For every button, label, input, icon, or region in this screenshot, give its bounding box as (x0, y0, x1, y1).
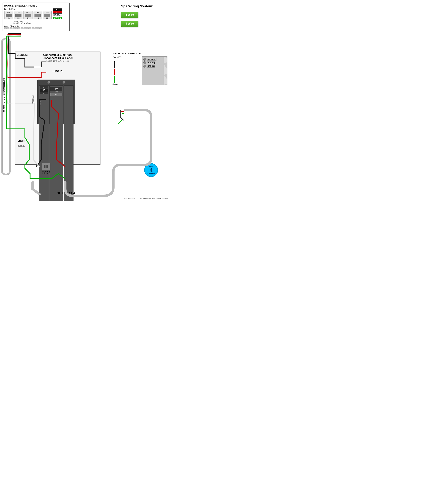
conn-label-neutral: NEUTRAL (147, 58, 157, 61)
screw-top-2 (62, 81, 65, 84)
feed-breaker-arrow: ↑ Feed Breaker(to match spa's amp load) (13, 20, 52, 24)
on-indicator: ON (40, 86, 48, 88)
ground-neutral-bar-section: Ground/Neutral Bar (4, 25, 52, 29)
main-container: HOUSE BREAKER PANEL Double Pole OFF ON O… (0, 0, 172, 201)
breaker-legend: HOT HOT NEUTRAL GROUND (53, 9, 63, 29)
from-gfci-label: From GFCI (113, 56, 140, 58)
double-pole-label: Double Pole (4, 8, 52, 10)
gfci-panel-title: Connecticut Electric® Disconnect GFCI Pa… (42, 54, 73, 60)
gfci-pigtail-label: GFCI Pigtail (32, 95, 34, 104)
breaker-5: OFF ON (43, 11, 52, 19)
breaker-4: OFF ON (33, 11, 42, 19)
screw-top-1 (47, 81, 50, 84)
terminal-4 (13, 27, 15, 29)
gfci-panel: Connecticut Electric® Disconnect GFCI Pa… (15, 52, 100, 165)
ground-screw-row (18, 145, 25, 147)
terminal-5 (15, 27, 18, 29)
legend-hot-red: HOT (53, 11, 63, 14)
off-indicator: OFF (40, 92, 48, 94)
gfci-panel-subtitle: (Loads up to 60A, or less) (46, 60, 69, 62)
branch-breaker: ON 15 OFF Branch (39, 85, 49, 201)
terminal-2 (7, 27, 9, 29)
spare-slot-label: Spare Slot (65, 86, 66, 201)
terminal-7 (21, 27, 23, 29)
conn-hot-l1: HOT (L1) (143, 61, 166, 64)
terminal-8 (24, 27, 26, 29)
spa-wiring-panel: Spa Wiring System: 4-Wire 3-Wire (119, 3, 169, 31)
terminal-10 (29, 27, 31, 29)
terminal-13 (37, 27, 40, 29)
terminal-3 (10, 27, 12, 29)
ground-neutral-label: Ground/Neutral Bar (4, 25, 52, 27)
ground-screw-2 (20, 145, 22, 147)
wire-badge: WIRE 4 SYSTEM (144, 163, 158, 177)
top-screws (38, 80, 75, 85)
house-breaker-title: HOUSE BREAKER PANEL (4, 4, 68, 7)
line-neutral-label: Line Neutral (17, 54, 28, 56)
conn-label-l2: HOT (L2) (147, 65, 155, 68)
out-to-spa-label: OUT TO SPA (57, 191, 75, 195)
terminal-11 (32, 27, 34, 29)
spare-slot: Spare Slot (64, 85, 73, 201)
terminal-9 (26, 27, 29, 29)
gfci-breaker: 60 GFCI TEST (49, 85, 63, 201)
legend-hot-black: HOT (53, 9, 63, 11)
breaker-3: OFF ON (24, 11, 33, 19)
ground-label-panel: Ground (18, 140, 25, 142)
breaker-1: OFF ON (4, 11, 13, 19)
line-in-label: Line In (53, 69, 62, 73)
ground-label-spa: Ground (113, 83, 140, 85)
branch-circuit-label: BRANCH CIRCUIT (42, 171, 50, 174)
terminal-1 (4, 27, 7, 29)
gfci-label: GFCI (50, 91, 62, 93)
terminal-12 (35, 27, 37, 29)
ground-screw-3 (23, 145, 25, 147)
branch-label: Branch (40, 101, 42, 105)
terminal-14 (40, 27, 42, 29)
breakers-row: OFF ON OFF ON OFF ON (4, 11, 52, 19)
four-wire-button[interactable]: 4-Wire (121, 12, 138, 18)
conduit-left (1, 38, 11, 175)
conn-screw-l2 (143, 65, 146, 68)
conn-hot-l2: HOT (L2) (143, 65, 166, 68)
wire-badge-number: 4 (149, 168, 153, 173)
branch-circuit-plug (42, 163, 50, 170)
three-wire-button[interactable]: 3-Wire (121, 21, 138, 27)
house-breaker-panel: HOUSE BREAKER PANEL Double Pole OFF ON O… (3, 3, 70, 31)
branch-circuit-container: BRANCH CIRCUIT (42, 163, 50, 174)
spa-control-title: 4-WIRE SPA CONTROL BOX (113, 52, 167, 55)
control-panel-graphic: NEUTRAL HOT (L1) HOT (L2) (142, 56, 167, 85)
ground-screw-1 (18, 145, 20, 147)
terminal-6 (18, 27, 20, 29)
spa-wiring-title: Spa Wiring System: (121, 4, 167, 8)
copyright: Copyright©2008 The Spa Depot All Rights … (124, 197, 168, 199)
terminal-bar (4, 27, 52, 29)
wire-badge-bottom-label: SYSTEM (147, 173, 155, 175)
legend-neutral: NEUTRAL (53, 14, 63, 16)
gfci-number: 60 (50, 87, 62, 91)
breaker-inner: ON 15 OFF Branch 60 GFCI TEST Spare Slot (38, 85, 75, 201)
legend-ground: GROUND (53, 17, 63, 19)
gfci-test-button[interactable]: TEST (50, 93, 62, 96)
breaker-2: OFF ON (14, 11, 23, 19)
spa-control-box: 4-WIRE SPA CONTROL BOX From GFCI ↘ Groun… (111, 51, 169, 87)
conn-screw-neutral (143, 58, 146, 61)
conn-label-l1: HOT (L1) (147, 62, 155, 64)
breaker-module: ON 15 OFF Branch 60 GFCI TEST Spare Slot (37, 80, 75, 124)
conn-screw-l1 (143, 61, 146, 64)
conn-neutral: NEUTRAL (143, 58, 166, 61)
branch-number: 15 (40, 89, 48, 92)
